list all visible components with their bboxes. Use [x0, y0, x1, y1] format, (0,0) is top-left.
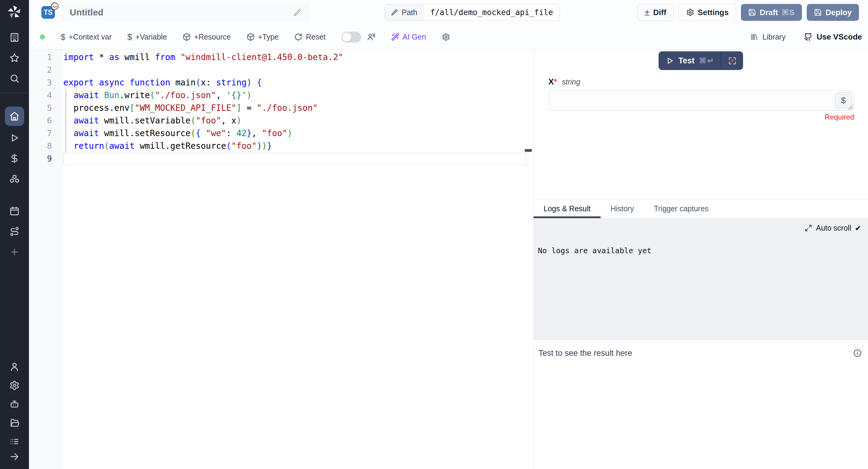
line-number: 1	[29, 51, 63, 64]
script-title: Untitled	[70, 7, 103, 18]
edit-title-pencil-icon[interactable]	[293, 8, 302, 17]
plus-icon	[9, 247, 20, 257]
sidebar-item-variables[interactable]	[5, 150, 24, 167]
windmill-app: TS Untitled Path f/all/demo_mocke	[0, 0, 868, 469]
sidebar-item-audit-logs[interactable]	[5, 434, 24, 449]
required-message: Required	[534, 113, 854, 121]
code-line[interactable]: 5 process.env["WM_MOCKED_API_FILE"] = ".…	[29, 102, 533, 114]
test-button[interactable]: Test ⌘↵	[658, 51, 743, 70]
sidebar-collapse-button[interactable]	[5, 451, 24, 462]
multiplayer-group	[341, 32, 375, 42]
code-line[interactable]: 8 return(await wmill.getResource("foo"))…	[29, 140, 533, 152]
sidebar-bottom-nav	[5, 357, 24, 464]
add-variable-button[interactable]: $ +Variable	[127, 32, 167, 42]
code-line[interactable]: 6 await wmill.setVariable("foo", x)	[29, 114, 533, 127]
line-number: 3	[29, 76, 63, 89]
deploy-button[interactable]: Deploy	[807, 4, 859, 21]
sidebar-item-search[interactable]	[5, 70, 24, 87]
code-text: await Bun.write("./foo.json", '{}')	[63, 89, 252, 102]
result-placeholder: Test to see the result here	[538, 349, 632, 358]
result-tabs: Logs & Result History Trigger captures	[534, 199, 868, 218]
sidebar-item-workers[interactable]	[5, 397, 24, 412]
status-dot	[40, 34, 45, 39]
code-lines: 1import * as wmill from "windmill-client…	[29, 51, 533, 165]
line-number: 4	[29, 89, 63, 102]
gear-icon	[686, 8, 694, 16]
info-icon[interactable]	[853, 349, 862, 357]
library-icon	[750, 33, 758, 41]
result-pane: Test to see the result here	[534, 340, 868, 469]
sidebar	[0, 0, 29, 469]
play-icon	[9, 133, 20, 143]
test-shortcut: ⌘↵	[699, 56, 715, 65]
save-icon	[814, 8, 822, 16]
sidebar-item-home[interactable]	[5, 106, 24, 126]
test-form-section: Test ⌘↵ X *	[534, 50, 868, 199]
dollar-sign-icon: $	[61, 32, 65, 42]
sidebar-item-schedules[interactable]	[5, 202, 24, 219]
sidebar-divider	[0, 93, 29, 93]
ai-gen-button[interactable]: AI Gen	[391, 33, 426, 41]
code-line[interactable]: 4 await Bun.write("./foo.json", '{}')	[29, 89, 533, 102]
path-editor[interactable]: Path f/all/demo_mocked_api_file	[384, 4, 560, 21]
code-text: import * as wmill from "windmill-client@…	[63, 51, 343, 64]
code-editor[interactable]: 1import * as wmill from "windmill-client…	[29, 50, 534, 469]
sidebar-item-favorites[interactable]	[5, 50, 24, 66]
tab-history[interactable]: History	[600, 199, 644, 218]
windmill-logo-icon[interactable]	[7, 5, 22, 19]
logs-empty-message: No logs are available yet	[538, 246, 868, 255]
tab-trigger-captures[interactable]: Trigger captures	[644, 199, 718, 218]
package-icon	[247, 33, 255, 41]
add-type-button[interactable]: +Type	[247, 33, 279, 41]
code-line[interactable]: 2	[29, 64, 533, 76]
draft-shortcut: ⌘S	[782, 8, 795, 17]
field-x-input[interactable]	[549, 91, 854, 110]
sidebar-item-runs[interactable]	[5, 129, 24, 146]
check-icon[interactable]: ✔	[855, 224, 861, 232]
expand-icon[interactable]	[805, 224, 812, 232]
resize-handle[interactable]	[846, 103, 853, 110]
building-icon	[9, 32, 20, 42]
editor-settings-button[interactable]	[442, 33, 450, 41]
sidebar-item-workspace[interactable]	[5, 29, 24, 46]
settings-button[interactable]: Settings	[679, 4, 736, 21]
toolbar-right: Library Use VScode	[750, 32, 862, 42]
sidebar-top-nav	[5, 27, 24, 89]
add-resource-button[interactable]: +Resource	[183, 33, 231, 41]
sidebar-item-resources[interactable]	[5, 170, 24, 187]
bot-icon	[9, 399, 20, 409]
code-line[interactable]: 1import * as wmill from "windmill-client…	[29, 51, 533, 64]
code-text: await wmill.setResource({ "we": 42}, "fo…	[63, 127, 292, 140]
refresh-icon	[294, 33, 302, 41]
sidebar-item-routes[interactable]	[5, 223, 24, 240]
capture-button[interactable]	[721, 51, 743, 70]
draft-button[interactable]: Draft ⌘S	[741, 4, 802, 21]
sidebar-item-folders[interactable]	[5, 415, 24, 430]
required-marker: *	[554, 77, 557, 87]
add-context-var-button[interactable]: $ +Context var	[61, 32, 112, 42]
users-icon	[367, 33, 375, 41]
diff-button[interactable]: ± Diff	[637, 4, 674, 21]
line-number: 6	[29, 114, 63, 127]
route-icon	[9, 226, 20, 237]
logs-pane: Auto scroll ✔ No logs are available yet	[534, 218, 868, 340]
code-line[interactable]: 7 await wmill.setResource({ "we": 42}, "…	[29, 127, 533, 140]
auto-scroll-control[interactable]: Auto scroll ✔	[534, 218, 868, 232]
code-line[interactable]: 9	[29, 152, 533, 165]
test-button-main[interactable]: Test ⌘↵	[658, 51, 721, 70]
multiplayer-toggle[interactable]	[341, 32, 361, 42]
library-button[interactable]: Library	[750, 33, 785, 41]
tab-logs-result[interactable]: Logs & Result	[534, 199, 600, 218]
gear-icon	[442, 33, 450, 41]
content-area: 1import * as wmill from "windmill-client…	[29, 50, 868, 469]
script-title-pill[interactable]: Untitled	[62, 4, 310, 21]
sidebar-item-settings[interactable]	[5, 378, 24, 393]
toggle-knob	[342, 33, 351, 42]
sidebar-item-add[interactable]	[5, 244, 24, 260]
line-number: 8	[29, 140, 63, 152]
use-vscode-button[interactable]: Use VScode	[804, 32, 862, 42]
field-name: X	[548, 77, 554, 87]
sidebar-item-account[interactable]	[5, 359, 24, 374]
code-line[interactable]: 3export async function main(x: string) {	[29, 76, 533, 89]
reset-button[interactable]: Reset	[294, 33, 326, 41]
